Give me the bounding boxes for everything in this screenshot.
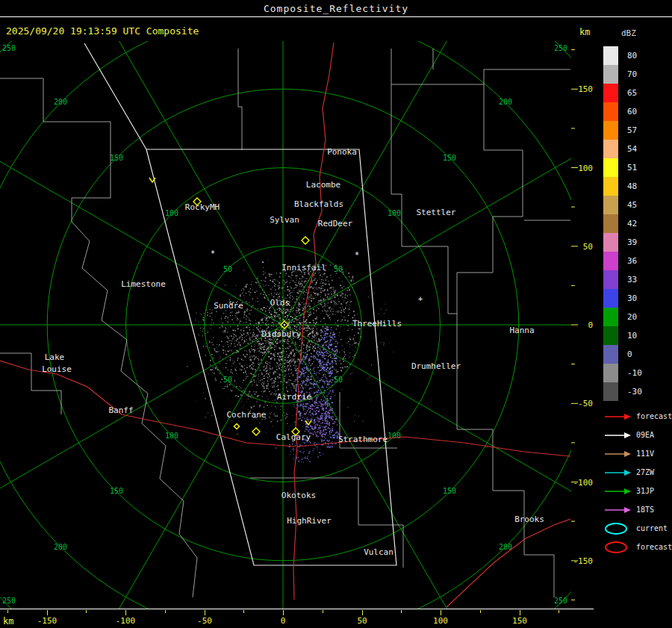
dbz-band-label: 0 [627,349,632,359]
dbz-band-swatch [603,364,618,382]
bottom-axis-tick [7,610,8,613]
dbz-band-row: 48 [603,177,642,196]
dbz-band-row: 0 [603,345,642,364]
svg-text:250: 250 [2,44,16,52]
city-label-threehills: ThreeHills [352,319,402,329]
legend-panel: dBZ 807065605754514845423936333020100-10… [597,22,672,620]
svg-text:50: 50 [334,376,343,384]
dbz-band-row: 39 [603,233,642,252]
dbz-band-row: 60 [603,102,642,121]
svg-text:150: 150 [110,154,123,162]
dbz-band-row: 57 [603,121,642,140]
city-label-highriver: HighRiver [287,516,332,526]
svg-text:-100: -100 [573,478,594,488]
bottom-axis-tick [165,610,166,613]
dbz-band-swatch [603,345,618,364]
dbz-band-label: -10 [627,368,642,378]
bottom-axis-tick [125,610,126,615]
city-label-sundre: Sundre [214,301,243,311]
radar-app-window: Composite_Reflectivity 2025/09/20 19:13:… [0,0,672,628]
city-label-olds: Olds [270,298,290,308]
vector-legend-label: 111V [636,450,654,458]
dbz-band-row: 20 [603,308,642,326]
svg-text:50: 50 [223,265,232,273]
radar-map-area[interactable]: 5050505010010010010015015015015020020020… [0,41,597,609]
vector-legend: forecast09EA111V27ZW31JP18TScurrentforec… [603,407,672,556]
dbz-band-row: 70 [603,65,642,84]
dbz-band-swatch [603,102,618,121]
bottom-axis-label: 150 [505,616,535,626]
city-label-banff: Banff [108,405,133,415]
bottom-axis-label: -150 [32,616,62,626]
dbz-band-swatch [603,382,618,401]
ellipse-legend-row: current [603,519,672,538]
dbz-band-swatch [603,214,618,233]
title-bar: Composite_Reflectivity [0,0,672,17]
svg-text:150: 150 [578,84,593,94]
svg-text:250: 250 [554,597,567,605]
vector-legend-row: 27ZW [603,463,672,482]
svg-text:150: 150 [443,487,456,495]
bottom-axis-tick [243,610,244,613]
ellipse-icon [603,520,632,537]
dbz-band-label: 51 [627,163,637,172]
city-label-okotoks: Okotoks [281,491,316,500]
dbz-band-row: 45 [603,196,642,214]
city-label-drumheller: Drumheller [411,361,461,371]
svg-text:50: 50 [583,242,593,252]
dbz-band-row: 80 [603,46,642,65]
bottom-axis: -150-100-50050100150km [0,609,594,628]
page-title: Composite_Reflectivity [264,3,408,14]
dbz-band-label: 57 [627,125,637,135]
vector-legend-label: 09EA [636,431,654,439]
timestamp-label: 2025/09/20 19:13:59 UTC Composite [6,25,199,37]
svg-text:100: 100 [165,432,178,440]
dbz-band-swatch [603,326,618,345]
vector-legend-row: forecast [603,407,672,426]
dbz-band-label: 54 [627,144,637,154]
vector-legend-label: forecast [636,412,672,420]
svg-text:+: + [418,295,423,303]
radar-map[interactable]: 5050505010010010010015015015015020020020… [0,41,597,609]
ellipse-icon [603,539,632,556]
dbz-band-row: 51 [603,158,642,177]
bottom-axis-tick [47,610,48,615]
svg-text:·: · [261,258,265,267]
dbz-band-label: 36 [627,256,637,266]
ellipse-legend-label: current [636,524,668,532]
svg-text:250: 250 [554,44,567,52]
dbz-band-label: 39 [627,237,637,247]
svg-text:0: 0 [588,320,593,330]
dbz-band-label: -30 [627,387,642,397]
svg-text:250: 250 [2,597,16,605]
dbz-band-label: 48 [627,181,637,191]
dbz-band-label: 10 [627,331,637,341]
bottom-axis-label: 50 [347,616,377,626]
vector-legend-label: 18TS [636,506,654,514]
dbz-band-row: 30 [603,289,642,308]
bottom-axis-tick [441,610,441,615]
svg-text:100: 100 [388,432,401,440]
bottom-axis-label: -50 [190,616,220,626]
dbz-band-swatch [603,308,618,326]
dbz-band-swatch [603,252,618,270]
dbz-band-row: 10 [603,326,642,345]
dbz-band-swatch [603,65,618,84]
svg-text:50: 50 [334,265,343,273]
svg-text:150: 150 [110,487,123,495]
bottom-axis-tick [362,610,363,615]
svg-text:*: * [211,249,215,258]
svg-text:100: 100 [165,209,178,217]
vector-arrow-icon [603,487,632,496]
bottom-axis-tick [283,610,284,615]
dbz-band-swatch [603,121,618,140]
dbz-colorbar: 807065605754514845423936333020100-10-30 [603,46,642,401]
city-label-stettler: Stettler [417,208,456,217]
svg-text:150: 150 [443,154,456,162]
vector-legend-row: 09EA [603,426,672,444]
svg-text:200: 200 [54,543,67,551]
right-axis-unit-label: km [579,27,590,37]
dbz-band-swatch [603,46,618,65]
dbz-band-label: 70 [627,69,637,79]
bottom-axis-tick [205,610,205,615]
